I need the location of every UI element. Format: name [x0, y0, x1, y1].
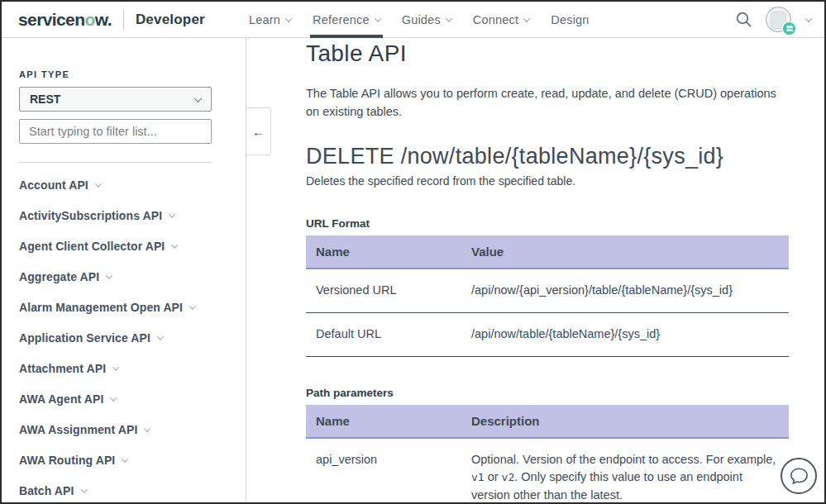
top-nav-bar: servicenow. Developer LearnReferenceGuid…: [2, 2, 824, 38]
api-list: Account APIActivitySubscriptions APIAgen…: [19, 169, 229, 504]
chevron-down-icon: [446, 15, 452, 21]
chevron-down-icon[interactable]: [805, 15, 812, 21]
sidebar-item-application-service-api[interactable]: Application Service API: [19, 322, 229, 353]
servicenow-logo[interactable]: servicenow.: [18, 11, 112, 28]
nav-item-label: Reference: [313, 13, 370, 26]
sidebar-item-label: Agent Client Collector API: [19, 240, 165, 253]
cell-value: /api/now/table/{tableName}/{sys_id}: [461, 312, 789, 356]
column-header-name: Name: [306, 235, 461, 269]
sidebar-item-agent-client-collector-api[interactable]: Agent Client Collector API: [19, 231, 229, 261]
inline-code: v2: [502, 471, 515, 483]
sidebar-item-batch-api[interactable]: Batch API: [19, 475, 229, 504]
nav-item-guides[interactable]: Guides: [391, 2, 462, 38]
sidebar-item-label: AWA Assignment API: [19, 423, 137, 436]
chevron-down-icon: [144, 425, 150, 431]
api-sidebar: API TYPE REST Account APIActivitySubscri…: [2, 38, 246, 502]
sidebar-item-label: Alarm Management Open API: [19, 301, 183, 314]
header-right: [735, 7, 811, 32]
column-header-name: Name: [306, 405, 461, 438]
endpoint-description: Deletes the specified record from the sp…: [306, 174, 824, 188]
endpoint-title: DELETE /now/table/{tableName}/{sys_id}: [306, 143, 824, 169]
logo-green-o: o: [84, 10, 94, 29]
cell-name: Versioned URL: [306, 269, 461, 312]
sidebar-item-aggregate-api[interactable]: Aggregate API: [19, 261, 229, 292]
url-format-table: NameValueVersioned URL/api/now/{api_vers…: [306, 235, 789, 357]
filter-input[interactable]: [19, 119, 212, 144]
sidebar-divider: [19, 162, 212, 163]
cell-name: api_version: [306, 438, 461, 502]
table-row: Default URL/api/now/table/{tableName}/{s…: [306, 312, 789, 356]
chevron-down-icon: [112, 364, 119, 370]
chevron-down-icon: [189, 302, 196, 309]
cell-value: /api/now/{api_version}/table/{tableName}…: [461, 269, 789, 312]
nav-item-label: Guides: [402, 13, 441, 26]
api-type-label: API TYPE: [19, 69, 229, 79]
sidebar-item-label: Attachment API: [19, 362, 106, 375]
chat-button[interactable]: [781, 458, 817, 494]
table-row: api_versionOptional. Version of the endp…: [306, 438, 789, 502]
chevron-down-icon: [374, 15, 380, 21]
chevron-down-icon: [523, 15, 530, 21]
chevron-down-icon: [285, 15, 292, 21]
developer-brand[interactable]: Developer: [136, 12, 205, 28]
cell-value: Optional. Version of the endpoint to acc…: [461, 438, 789, 502]
chevron-down-icon: [80, 486, 87, 492]
nav-item-learn[interactable]: Learn: [238, 2, 302, 38]
sidebar-item-awa-assignment-api[interactable]: AWA Assignment API: [19, 414, 229, 445]
page-title: Table API: [306, 40, 824, 67]
nav-item-label: Connect: [473, 13, 518, 26]
avatar-badge-icon: [782, 21, 796, 36]
sidebar-item-awa-agent-api[interactable]: AWA Agent API: [19, 383, 229, 414]
sidebar-item-activitysubscriptions-api[interactable]: ActivitySubscriptions API: [19, 200, 229, 231]
chevron-down-icon: [157, 333, 164, 340]
chevron-down-icon: [95, 180, 102, 187]
sidebar-item-label: Batch API: [19, 484, 74, 497]
sidebar-item-label: Account API: [19, 178, 88, 192]
sidebar-item-attachment-api[interactable]: Attachment API: [19, 353, 229, 383]
sidebar-item-alarm-management-open-api[interactable]: Alarm Management Open API: [19, 292, 229, 322]
column-header-description: Description: [461, 405, 789, 438]
table-row: Versioned URL/api/now/{api_version}/tabl…: [306, 269, 789, 312]
user-avatar[interactable]: [766, 7, 791, 32]
path-parameters-label: Path parameters: [306, 387, 824, 399]
chevron-down-icon: [110, 394, 117, 401]
api-type-selected-value: REST: [30, 93, 60, 106]
main-content: Table API The Table API allows you to pe…: [246, 38, 824, 502]
path-parameters-table: NameDescriptionapi_versionOptional. Vers…: [306, 405, 789, 502]
nav-item-label: Learn: [249, 13, 280, 26]
collapse-sidebar-icon: ←: [252, 125, 265, 139]
sidebar-item-label: AWA Agent API: [19, 392, 103, 406]
table-header-row: NameValue: [306, 235, 789, 269]
logo-text-pre: servicen: [18, 10, 84, 29]
sidebar-item-awa-routing-api[interactable]: AWA Routing API: [19, 445, 229, 475]
chat-icon: [789, 467, 809, 486]
page: servicenow. Developer LearnReferenceGuid…: [0, 0, 826, 504]
chevron-down-icon: [122, 455, 128, 462]
chevron-down-icon: [194, 94, 203, 102]
logo-text-post: w.: [95, 10, 112, 29]
body: API TYPE REST Account APIActivitySubscri…: [2, 38, 824, 502]
nav-item-design[interactable]: Design: [540, 2, 599, 38]
sidebar-item-label: Application Service API: [19, 331, 150, 345]
sidebar-item-account-api[interactable]: Account API: [19, 169, 229, 200]
sidebar-item-label: AWA Routing API: [19, 454, 115, 467]
logo-divider: [123, 10, 124, 30]
main-nav: LearnReferenceGuidesConnectDesign: [238, 2, 600, 38]
chevron-down-icon: [169, 211, 175, 217]
chevron-down-icon: [171, 241, 178, 248]
cell-name: Default URL: [306, 312, 461, 356]
nav-item-connect[interactable]: Connect: [462, 2, 540, 38]
inline-code: v1: [471, 471, 485, 483]
sidebar-item-label: ActivitySubscriptions API: [19, 209, 162, 222]
url-format-label: URL Format: [306, 217, 824, 230]
nav-item-label: Design: [551, 13, 589, 26]
column-header-value: Value: [461, 235, 789, 269]
api-intro-text: The Table API allows you to perform crea…: [306, 85, 792, 121]
sidebar-item-label: Aggregate API: [19, 270, 99, 283]
api-type-select[interactable]: REST: [19, 87, 212, 112]
table-header-row: NameDescription: [306, 405, 789, 438]
collapse-sidebar-button[interactable]: ←: [246, 107, 271, 155]
nav-item-reference[interactable]: Reference: [302, 2, 391, 38]
search-icon[interactable]: [735, 11, 752, 28]
chevron-down-icon: [106, 272, 112, 278]
